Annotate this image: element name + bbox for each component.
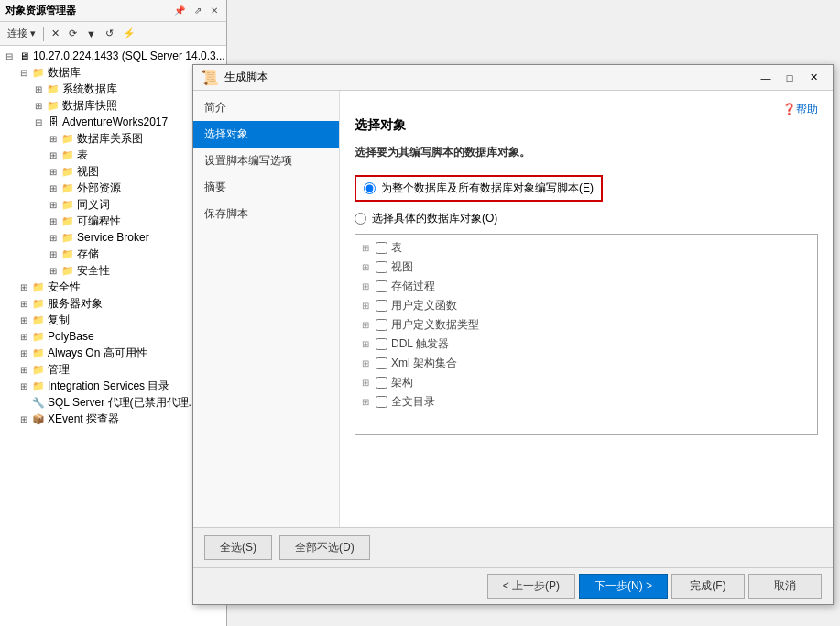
select-all-button[interactable]: 全选(S) — [204, 535, 272, 560]
maximize-button[interactable]: □ — [778, 69, 802, 87]
tree-label-system_db: 系统数据库 — [62, 82, 117, 97]
tree-icon-tables: 📁 — [60, 148, 75, 162]
cb-expand-schema[interactable]: ⊞ — [359, 378, 372, 388]
cb-expand-fulltext[interactable]: ⊞ — [359, 397, 372, 407]
tree-label-ext_res: 外部资源 — [77, 181, 121, 196]
tree-label-sql_agent: SQL Server 代理(已禁用代理... — [48, 395, 198, 411]
connect-button[interactable]: 连接 ▾ — [4, 25, 39, 42]
radio-group: 为整个数据库及所有数据库对象编写脚本(E) 选择具体的数据库对象(O) — [355, 175, 818, 226]
finish-button[interactable]: 完成(F) — [671, 574, 745, 599]
cb-fulltext[interactable] — [376, 396, 387, 408]
cancel-button[interactable]: 取消 — [748, 574, 822, 599]
close-button[interactable]: ✕ — [802, 69, 825, 87]
tree-expand-always_on[interactable]: ⊞ — [16, 348, 31, 358]
tree-expand-polybase[interactable]: ⊞ — [16, 332, 31, 342]
cb-item-fulltext: ⊞ 全文目录 — [359, 392, 813, 412]
disconnect-button[interactable]: ✕ — [48, 26, 63, 41]
sync-button[interactable]: ↺ — [102, 26, 117, 41]
tree-item-server[interactable]: ⊟🖥10.27.0.224,1433 (SQL Server 14.0.3... — [0, 48, 226, 64]
tree-expand-databases[interactable]: ⊟ — [16, 68, 31, 78]
tree-expand-views[interactable]: ⊞ — [46, 167, 60, 177]
tree-expand-storage[interactable]: ⊞ — [46, 249, 60, 259]
dialog-content: ❓帮助 选择对象 选择要为其编写脚本的数据库对象。 为整个数据库及所有数据库对象… — [340, 91, 833, 527]
tree-expand-server_obj[interactable]: ⊞ — [16, 299, 31, 309]
minimize-button[interactable]: — — [754, 69, 778, 87]
tree-icon-integration: 📁 — [31, 379, 46, 393]
cb-xmlschema[interactable] — [376, 357, 387, 369]
cb-udtype[interactable] — [376, 319, 387, 331]
radio-all-objects-option[interactable]: 为整个数据库及所有数据库对象编写脚本(E) — [355, 175, 818, 202]
tree-expand-xevent[interactable]: ⊞ — [16, 414, 31, 424]
tree-icon-db_snapshot: 📁 — [46, 98, 60, 113]
cb-udf[interactable] — [376, 300, 387, 312]
tree-expand-system_db[interactable]: ⊞ — [31, 84, 46, 94]
window-controls: — □ ✕ — [754, 69, 825, 87]
explorer-toolbar: 连接 ▾ ✕ ⟳ ▼ ↺ ⚡ — [0, 22, 226, 46]
tree-expand-db_diagram[interactable]: ⊞ — [46, 134, 60, 144]
nav-item-select-objects[interactable]: 选择对象 — [193, 121, 339, 148]
tree-label-views: 视图 — [77, 164, 99, 180]
cb-item-table: ⊞ 表 — [359, 238, 813, 258]
tree-icon-adventureworks: 🗄 — [46, 115, 60, 129]
tree-label-server: 10.27.0.224,1433 (SQL Server 14.0.3... — [33, 49, 225, 62]
prev-button[interactable]: < 上一步(P) — [487, 574, 575, 599]
cb-expand-udf[interactable]: ⊞ — [359, 301, 372, 311]
dialog-titlebar: 📜 生成脚本 — □ ✕ — [193, 65, 833, 91]
close-icon[interactable]: ✕ — [208, 5, 221, 16]
tree-icon-server: 🖥 — [16, 49, 31, 63]
tree-expand-integration[interactable]: ⊞ — [16, 381, 31, 391]
cb-view[interactable] — [376, 261, 387, 273]
help-link[interactable]: ❓帮助 — [782, 102, 818, 117]
tree-icon-polybase: 📁 — [31, 329, 46, 344]
cb-expand-udtype[interactable]: ⊞ — [359, 320, 372, 330]
radio-specific-objects-option[interactable]: 选择具体的数据库对象(O) — [355, 211, 818, 226]
cb-ddltrigger[interactable] — [376, 338, 387, 350]
cb-item-xmlschema: ⊞ Xml 架构集合 — [359, 354, 813, 373]
tree-expand-ext_res[interactable]: ⊞ — [46, 183, 60, 193]
cb-expand-ddltrigger[interactable]: ⊞ — [359, 339, 372, 349]
tree-expand-replication[interactable]: ⊞ — [16, 315, 31, 325]
tree-expand-programmability[interactable]: ⊞ — [46, 216, 60, 226]
tree-icon-db_diagram: 📁 — [60, 131, 75, 146]
nav-item-summary[interactable]: 摘要 — [193, 174, 339, 201]
dialog-title-text: 生成脚本 — [224, 70, 268, 85]
nav-item-intro[interactable]: 简介 — [193, 94, 339, 121]
tree-expand-server[interactable]: ⊟ — [2, 51, 16, 61]
tree-icon-security2: 📁 — [31, 280, 46, 294]
cb-item-udtype: ⊞ 用户定义数据类型 — [359, 315, 813, 335]
cb-schema[interactable] — [376, 377, 387, 389]
tree-icon-programmability: 📁 — [60, 214, 75, 228]
cb-expand-table[interactable]: ⊞ — [359, 243, 372, 253]
tree-expand-security2[interactable]: ⊞ — [16, 282, 31, 292]
tree-label-server_obj: 服务器对象 — [48, 296, 103, 312]
cb-table[interactable] — [376, 242, 387, 254]
pin-button[interactable]: 📌 — [171, 5, 188, 16]
refresh-button[interactable]: ⟳ — [65, 26, 81, 41]
tree-expand-adventureworks[interactable]: ⊟ — [31, 117, 46, 127]
tree-expand-service_broker[interactable]: ⊞ — [46, 233, 60, 243]
nav-item-set-options[interactable]: 设置脚本编写选项 — [193, 148, 339, 174]
toolbar-separator-1 — [43, 27, 44, 41]
nav-item-save-script[interactable]: 保存脚本 — [193, 201, 339, 227]
next-button[interactable]: 下一步(N) > — [579, 574, 668, 599]
tree-label-replication: 复制 — [48, 313, 70, 328]
cb-procedure[interactable] — [376, 280, 387, 292]
deselect-all-button[interactable]: 全部不选(D) — [279, 535, 370, 560]
tree-expand-tables[interactable]: ⊞ — [46, 150, 60, 160]
tree-expand-synonyms[interactable]: ⊞ — [46, 200, 60, 210]
cb-expand-view[interactable]: ⊞ — [359, 262, 372, 272]
cb-expand-xmlschema[interactable]: ⊞ — [359, 358, 372, 368]
tree-expand-db_snapshot[interactable]: ⊞ — [31, 101, 46, 111]
cb-item-ddltrigger: ⊞ DDL 触发器 — [359, 335, 813, 354]
float-button[interactable]: ⇗ — [191, 5, 204, 16]
radio-specific-objects[interactable] — [355, 213, 366, 225]
tree-label-integration: Integration Services 目录 — [48, 379, 169, 394]
cb-expand-procedure[interactable]: ⊞ — [359, 281, 372, 291]
filter-button[interactable]: ▼ — [82, 27, 100, 41]
cb-label-table: 表 — [391, 240, 402, 256]
tree-label-tables: 表 — [77, 148, 88, 163]
tree-expand-management[interactable]: ⊞ — [16, 365, 31, 375]
radio-all-objects[interactable] — [364, 182, 376, 194]
query-button[interactable]: ⚡ — [119, 26, 139, 41]
tree-expand-security[interactable]: ⊞ — [46, 266, 60, 276]
